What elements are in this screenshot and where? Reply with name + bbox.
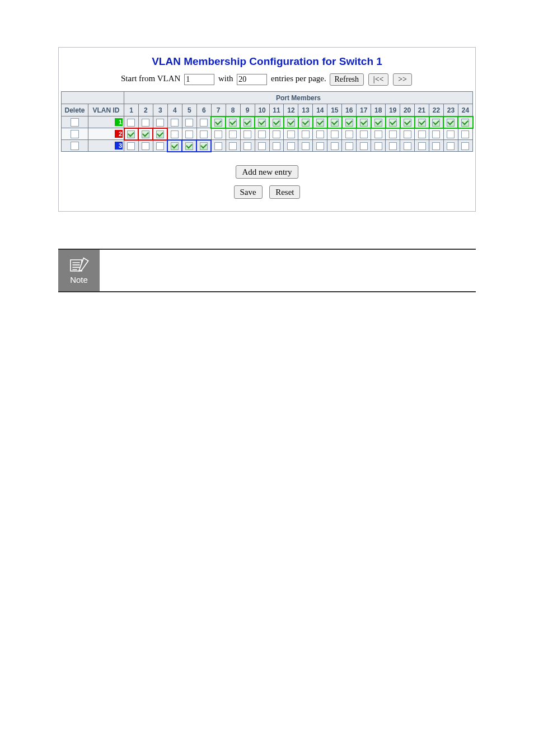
port-cell	[313, 140, 327, 152]
refresh-button[interactable]: Refresh	[330, 73, 364, 86]
member-checkbox[interactable]	[229, 119, 237, 127]
member-checkbox[interactable]	[345, 119, 353, 127]
member-checkbox[interactable]	[302, 142, 310, 150]
member-checkbox[interactable]	[331, 142, 339, 150]
member-checkbox[interactable]	[243, 130, 251, 138]
member-checkbox[interactable]	[447, 130, 455, 138]
member-checkbox[interactable]	[229, 142, 237, 150]
member-checkbox[interactable]	[389, 119, 397, 127]
member-checkbox[interactable]	[229, 130, 237, 138]
start-vlan-input[interactable]	[184, 74, 214, 85]
vlan-id-value: 1	[115, 118, 123, 126]
member-checkbox[interactable]	[156, 142, 164, 150]
member-checkbox[interactable]	[127, 142, 135, 150]
member-checkbox[interactable]	[273, 142, 280, 150]
member-checkbox[interactable]	[345, 142, 353, 150]
member-checkbox[interactable]	[156, 119, 164, 127]
member-checkbox[interactable]	[273, 130, 280, 138]
member-checkbox[interactable]	[214, 119, 222, 127]
vlan-id-header: VLAN ID	[88, 104, 124, 116]
member-checkbox[interactable]	[404, 142, 411, 150]
member-checkbox[interactable]	[200, 142, 208, 150]
member-checkbox[interactable]	[316, 130, 324, 138]
port-header-23: 23	[443, 104, 458, 116]
member-checkbox[interactable]	[432, 119, 440, 127]
member-checkbox[interactable]	[302, 130, 310, 138]
member-checkbox[interactable]	[389, 142, 397, 150]
member-checkbox[interactable]	[404, 130, 411, 138]
member-checkbox[interactable]	[432, 130, 440, 138]
page-title: VLAN Membership Configuration for Switch…	[61, 55, 473, 68]
member-checkbox[interactable]	[418, 142, 426, 150]
port-header-11: 11	[269, 104, 284, 116]
member-checkbox[interactable]	[200, 130, 208, 138]
member-checkbox[interactable]	[331, 119, 339, 127]
member-checkbox[interactable]	[404, 119, 411, 127]
member-checkbox[interactable]	[156, 130, 164, 138]
member-checkbox[interactable]	[287, 130, 295, 138]
member-checkbox[interactable]	[243, 119, 251, 127]
member-checkbox[interactable]	[331, 130, 339, 138]
member-checkbox[interactable]	[302, 119, 310, 127]
member-checkbox[interactable]	[185, 130, 193, 138]
member-checkbox[interactable]	[360, 130, 368, 138]
member-checkbox[interactable]	[185, 119, 193, 127]
member-checkbox[interactable]	[273, 119, 280, 127]
member-checkbox[interactable]	[374, 142, 382, 150]
add-entry-button[interactable]: Add new entry	[236, 165, 298, 179]
member-checkbox[interactable]	[360, 142, 368, 150]
member-checkbox[interactable]	[243, 142, 251, 150]
page-first-button[interactable]: |<<	[368, 73, 389, 86]
member-checkbox[interactable]	[374, 119, 382, 127]
note-label: Note	[70, 275, 88, 284]
member-checkbox[interactable]	[185, 142, 193, 150]
member-checkbox[interactable]	[461, 119, 469, 127]
member-checkbox[interactable]	[447, 119, 455, 127]
member-checkbox[interactable]	[287, 119, 295, 127]
member-checkbox[interactable]	[316, 142, 324, 150]
member-checkbox[interactable]	[142, 130, 149, 138]
member-checkbox[interactable]	[214, 130, 222, 138]
page-next-button[interactable]: >>	[393, 73, 412, 86]
port-cell	[182, 128, 196, 140]
member-checkbox[interactable]	[360, 119, 368, 127]
member-checkbox[interactable]	[142, 119, 149, 127]
delete-checkbox[interactable]	[71, 130, 79, 138]
delete-checkbox[interactable]	[71, 118, 79, 127]
member-checkbox[interactable]	[418, 130, 426, 138]
member-checkbox[interactable]	[258, 130, 266, 138]
port-cell	[240, 116, 255, 128]
member-checkbox[interactable]	[171, 119, 179, 127]
port-cell	[284, 140, 298, 152]
port-cell	[371, 116, 386, 128]
entries-per-page-input[interactable]	[237, 74, 267, 85]
member-checkbox[interactable]	[127, 130, 135, 138]
member-checkbox[interactable]	[447, 142, 455, 150]
port-members-header: Port Members	[124, 92, 473, 104]
port-header-4: 4	[167, 104, 182, 116]
member-checkbox[interactable]	[258, 119, 266, 127]
member-checkbox[interactable]	[200, 119, 208, 127]
member-checkbox[interactable]	[127, 119, 135, 127]
member-checkbox[interactable]	[418, 119, 426, 127]
member-checkbox[interactable]	[461, 130, 469, 138]
port-header-21: 21	[415, 104, 429, 116]
member-checkbox[interactable]	[345, 130, 353, 138]
member-checkbox[interactable]	[374, 130, 382, 138]
member-checkbox[interactable]	[287, 142, 295, 150]
member-checkbox[interactable]	[142, 142, 149, 150]
member-checkbox[interactable]	[432, 142, 440, 150]
member-checkbox[interactable]	[214, 142, 222, 150]
port-cell	[284, 116, 298, 128]
port-cell	[342, 128, 357, 140]
member-checkbox[interactable]	[316, 119, 324, 127]
member-checkbox[interactable]	[461, 142, 469, 150]
member-checkbox[interactable]	[258, 142, 266, 150]
delete-checkbox[interactable]	[71, 142, 79, 150]
member-checkbox[interactable]	[171, 130, 179, 138]
member-checkbox[interactable]	[389, 130, 397, 138]
port-cell	[153, 140, 167, 152]
save-button[interactable]: Save	[234, 185, 263, 199]
member-checkbox[interactable]	[171, 142, 179, 150]
reset-button[interactable]: Reset	[269, 185, 300, 199]
